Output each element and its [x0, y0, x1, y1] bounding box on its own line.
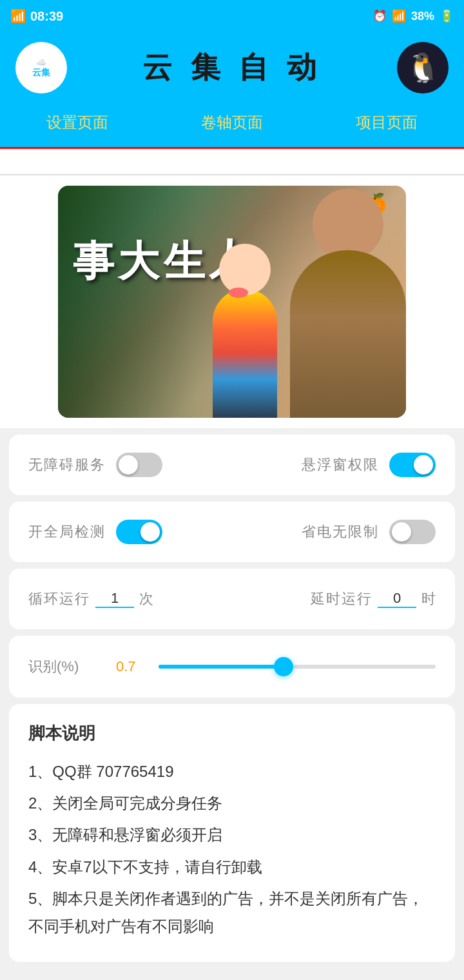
poster-container: 🍑🍊 人生大事: [0, 175, 464, 428]
battery-save-label: 省电无限制: [302, 522, 379, 542]
description-box: 脚本说明 1、QQ群 707765419 2、关闭全局可完成分身任务 3、无障碍…: [9, 704, 455, 962]
accessibility-toggle[interactable]: [116, 453, 162, 477]
status-right: ⏰ 📶 38% 🔋: [372, 9, 454, 23]
toggle-group-battery: 省电无限制: [232, 520, 436, 544]
slider-thumb[interactable]: [274, 657, 293, 676]
loop-input[interactable]: [95, 590, 134, 608]
nav-tabs: 设置页面 卷轴页面 项目页面: [0, 103, 464, 147]
battery-text: 38%: [411, 10, 434, 23]
desc-item-4: 5、脚本只是关闭作者遇到的广告，并不是关闭所有广告，不同手机对广告有不同影响: [28, 885, 436, 940]
global-thumb: [140, 522, 160, 542]
floating-label: 悬浮窗权限: [302, 455, 379, 475]
floating-thumb: [414, 455, 433, 475]
logo-text: 云集: [32, 67, 50, 79]
signal-icon: 📶: [10, 8, 26, 24]
global-toggle[interactable]: [116, 520, 162, 544]
avatar-icon: 🐧: [405, 51, 441, 84]
loop-group: 循环运行 次: [28, 589, 232, 609]
header: ☁️ 云集 云 集 自 动 🐧: [0, 32, 464, 103]
desc-item-2: 3、无障碍和悬浮窗必须开启: [28, 821, 436, 848]
wifi-icon: 📶: [392, 9, 406, 23]
bottom-space: [0, 968, 464, 980]
toggle-group-global: 开全局检测: [28, 520, 232, 544]
loop-label: 循环运行: [28, 589, 90, 609]
desc-item-1: 2、关闭全局可完成分身任务: [28, 789, 436, 817]
marquee-banner: 免费，且仅用于技术交流，本人不承担任何法律责任。请勿用于商业用途，且仅用于技术交…: [0, 147, 464, 175]
accessibility-thumb: [119, 455, 138, 475]
delay-group: 延时运行 时: [232, 589, 436, 609]
delay-unit: 时: [421, 589, 436, 609]
slider-label: 识别(%): [28, 657, 106, 676]
desc-title: 脚本说明: [28, 722, 436, 745]
accessibility-label: 无障碍服务: [28, 455, 106, 475]
floating-toggle[interactable]: [389, 453, 436, 477]
input-row: 循环运行 次 延时运行 时: [28, 582, 436, 616]
desc-item-3: 4、安卓7以下不支持，请自行卸载: [28, 853, 436, 881]
logo-icon: ☁️: [36, 57, 46, 67]
delay-input[interactable]: [378, 590, 416, 608]
slider-value: 0.7: [116, 658, 148, 675]
marquee-text: 免费，且仅用于技术交流，本人不承担任何法律责任。请勿用于商业用途，且仅用于技术交…: [0, 153, 464, 170]
toggle-group-accessibility: 无障碍服务: [28, 453, 232, 477]
toggle-row-accessibility: 无障碍服务 悬浮窗权限: [28, 447, 436, 482]
battery-icon: 🔋: [440, 9, 454, 23]
status-time: 08:39: [30, 9, 63, 24]
delay-label: 延时运行: [311, 589, 372, 609]
toggle-card-2: 开全局检测 省电无限制: [9, 502, 455, 562]
slider-row: 识别(%) 0.7: [28, 649, 436, 685]
desc-item-0: 1、QQ群 707765419: [28, 758, 436, 785]
app-title: 云 集 自 动: [142, 48, 322, 88]
global-label: 开全局检测: [28, 522, 106, 542]
avatar[interactable]: 🐧: [397, 42, 449, 93]
input-card: 循环运行 次 延时运行 时: [9, 569, 455, 629]
slider-container: [159, 655, 436, 678]
tab-settings[interactable]: 设置页面: [34, 110, 121, 135]
toggle-card-1: 无障碍服务 悬浮窗权限: [9, 435, 455, 495]
status-bar: 📶 08:39 ⏰ 📶 38% 🔋: [0, 0, 464, 32]
toggle-row-global: 开全局检测 省电无限制: [28, 514, 436, 549]
slider-filled: [159, 665, 284, 669]
tab-scroll[interactable]: 卷轴页面: [188, 110, 276, 135]
toggle-group-floating: 悬浮窗权限: [232, 453, 436, 477]
movie-poster: 🍑🍊 人生大事: [58, 186, 406, 418]
battery-thumb: [392, 522, 411, 542]
loop-unit: 次: [139, 589, 153, 609]
alarm-icon: ⏰: [372, 9, 387, 23]
tab-project[interactable]: 项目页面: [343, 110, 430, 135]
status-left: 📶 08:39: [10, 8, 63, 24]
app-logo: ☁️ 云集: [15, 42, 67, 93]
battery-toggle[interactable]: [389, 520, 436, 544]
slider-card: 识别(%) 0.7: [9, 636, 455, 698]
